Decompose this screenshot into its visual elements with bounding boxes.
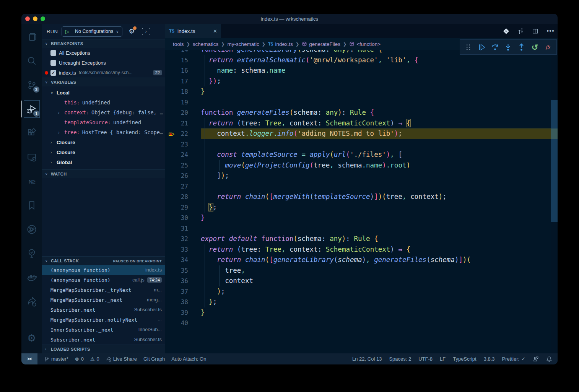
line-number[interactable]: 36	[165, 276, 188, 286]
gutter[interactable]: 24	[165, 150, 201, 160]
gutter[interactable]: 34	[165, 255, 201, 265]
activity-source-control-icon[interactable]: 3	[21, 75, 42, 95]
code-line[interactable]: 19	[165, 97, 558, 108]
gutter[interactable]: 21	[165, 118, 201, 129]
gutter[interactable]: 27	[165, 181, 201, 192]
code-line[interactable]: 26 ]);	[165, 171, 558, 181]
line-number[interactable]: 27	[165, 181, 188, 192]
close-window-button[interactable]	[25, 16, 30, 21]
gutter[interactable]: 17	[165, 76, 201, 87]
gutter[interactable]: 28	[165, 192, 201, 202]
gutter[interactable]: 37	[165, 286, 201, 297]
step-over-icon[interactable]	[490, 42, 500, 52]
gutter[interactable]: 36	[165, 276, 201, 286]
step-into-icon[interactable]	[503, 42, 513, 52]
line-number[interactable]: 17	[165, 76, 188, 87]
close-icon[interactable]: ✕	[213, 28, 217, 34]
status-item[interactable]: Prettier:✓	[502, 356, 525, 362]
variables-scope-row[interactable]: ›Closure	[42, 147, 165, 157]
code-line[interactable]: 18}	[165, 86, 558, 97]
variable-row[interactable]: ›context: Object {debug: false, en…	[42, 107, 165, 117]
code-line[interactable]: 17 });	[165, 76, 558, 87]
step-out-icon[interactable]	[517, 42, 527, 52]
bell-icon[interactable]	[546, 356, 552, 362]
status-item[interactable]: Ln 22, Col 13	[352, 356, 382, 362]
line-number[interactable]: 34	[165, 255, 188, 265]
activity-run-debug-icon[interactable]: 1	[21, 99, 42, 119]
gutter[interactable]: 16	[165, 65, 201, 76]
line-number[interactable]: 37	[165, 286, 188, 297]
continue-icon[interactable]	[477, 42, 486, 52]
disconnect-icon[interactable]	[543, 42, 553, 52]
activity-explorer-icon[interactable]	[21, 27, 42, 47]
status-item[interactable]: 3.8.3	[484, 356, 495, 362]
code-line[interactable]: 32export default function(schema: any): …	[165, 234, 558, 244]
code-line[interactable]: 20function generateFiles(schema: any): R…	[165, 107, 558, 118]
scrollbar[interactable]	[551, 50, 558, 353]
call-stack-frame[interactable]: MergeMapSubscriber.notifyNext...	[42, 315, 165, 325]
call-stack-frame[interactable]: InnerSubscriber._nextInnerSub...	[42, 325, 165, 335]
code-line[interactable]: 40	[165, 318, 558, 329]
breakpoint-row[interactable]: All Exceptions	[42, 48, 165, 58]
code-line[interactable]: 30}	[165, 213, 558, 223]
error-icon[interactable]: ⊗0	[75, 356, 84, 362]
activity-git-graph-icon[interactable]	[21, 220, 42, 239]
code-line[interactable]: 24 const templateSource = apply(url('./f…	[165, 150, 558, 160]
gear-icon[interactable]: ⚙	[128, 27, 135, 36]
line-number[interactable]: 28	[165, 192, 188, 202]
line-number[interactable]: 32	[165, 234, 188, 244]
remote-icon[interactable]: ><	[21, 353, 37, 364]
code-line[interactable]: 36 context	[165, 276, 558, 286]
variable-row[interactable]: this: undefined	[42, 98, 165, 107]
line-number[interactable]: 31	[165, 223, 188, 234]
code-line[interactable]: 33 return (tree: Tree, context: Schemati…	[165, 244, 558, 255]
gutter[interactable]: 33	[165, 244, 201, 255]
line-number[interactable]: 29	[165, 202, 188, 213]
code-line[interactable]: 39}	[165, 307, 558, 318]
line-number[interactable]: 30	[165, 213, 188, 223]
gutter[interactable]: 14	[165, 50, 201, 55]
activity-extensions-icon[interactable]	[21, 123, 42, 143]
line-number[interactable]: 35	[165, 265, 188, 276]
status-item[interactable]: Git Graph	[143, 356, 165, 362]
code-line-current[interactable]: 22 context.logger.info('adding NOTES.md …	[165, 128, 558, 139]
activity-bookmarks-icon[interactable]	[21, 195, 42, 215]
activity-remote-explorer-icon[interactable]	[21, 147, 42, 167]
settings-gear-icon[interactable]: ⚙	[21, 328, 42, 348]
variables-scope-row[interactable]: ›Global	[42, 157, 165, 167]
maximize-window-button[interactable]	[41, 16, 45, 21]
split-editor-icon[interactable]	[532, 28, 538, 34]
activity-test-explorer-icon[interactable]	[21, 244, 42, 264]
variables-header[interactable]: ∨ VARIABLES	[42, 78, 165, 86]
gutter[interactable]: 19	[165, 97, 201, 108]
line-number[interactable]: 39	[165, 307, 188, 318]
call-stack-frame[interactable]: Subscriber.nextSubscriber.ts	[42, 335, 165, 345]
line-number[interactable]: 18	[165, 86, 188, 97]
gutter[interactable]: 31	[165, 223, 201, 234]
code-line[interactable]: 28 return chain([mergeWith(templateSourc…	[165, 192, 558, 202]
code-line[interactable]: 31	[165, 223, 558, 234]
activity-nx-console-icon[interactable]: N≥	[21, 171, 42, 191]
code-line[interactable]: 35 tree,	[165, 265, 558, 276]
play-icon[interactable]: ▷	[65, 29, 69, 34]
status-item[interactable]: LF	[440, 356, 446, 362]
call-stack-frame[interactable]: Subscriber.nextSubscriber.ts	[42, 305, 165, 315]
checkbox[interactable]	[50, 50, 56, 56]
gutter[interactable]: 40	[165, 318, 201, 329]
call-stack-frame[interactable]: (anonymous function)index.ts	[42, 265, 165, 275]
breadcrumb-item[interactable]: schematics	[193, 41, 219, 47]
gutter[interactable]: 32	[165, 234, 201, 244]
gutter[interactable]: 26	[165, 171, 201, 181]
activity-docker-icon[interactable]	[21, 268, 42, 288]
line-number[interactable]: 15	[165, 55, 188, 66]
call-stack-frame[interactable]: (anonymous function)call.js74:24	[42, 275, 165, 285]
more-actions-icon[interactable]: •••	[546, 27, 555, 35]
gutter[interactable]: 29	[165, 202, 201, 213]
line-number[interactable]: 25	[165, 160, 188, 171]
code-line[interactable]: 25 move(getProjectConfig(tree, schema.na…	[165, 160, 558, 171]
status-item[interactable]: Spaces: 2	[389, 356, 411, 362]
grip-icon[interactable]	[463, 42, 473, 52]
code-area[interactable]: 14function generateLibrary(schema: any):…	[165, 50, 558, 353]
call-stack-header[interactable]: ∨ CALL STACK PAUSED ON BREAKPOINT	[42, 256, 165, 265]
tab-index-ts[interactable]: TS index.ts ✕	[165, 24, 221, 38]
